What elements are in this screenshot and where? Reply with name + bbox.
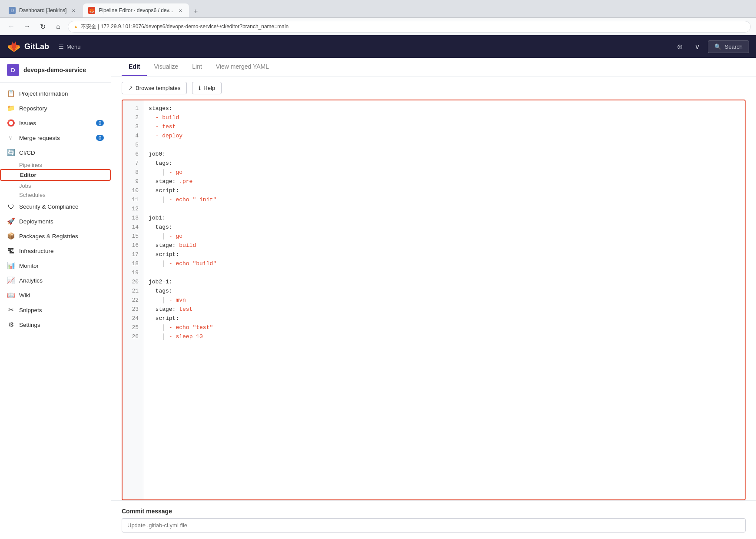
sidebar-item-repository[interactable]: 📁 Repository: [0, 101, 111, 116]
line-num-6: 6: [131, 150, 143, 159]
editor-tabs: Edit Visualize Lint View merged YAML: [111, 58, 756, 77]
tab-lint[interactable]: Lint: [185, 58, 209, 76]
sidebar-item-security-compliance[interactable]: 🛡 Security & Compliance: [0, 199, 111, 214]
sidebar-label-merge-requests: Merge requests: [19, 135, 92, 141]
line-num-15: 15: [127, 232, 143, 241]
sidebar-item-analytics[interactable]: 📈 Analytics: [0, 273, 111, 288]
line-num-23: 23: [127, 305, 143, 314]
line-num-5: 5: [131, 140, 143, 150]
code-line-25: │ - echo "test": [143, 323, 745, 332]
sidebar-item-jobs[interactable]: Jobs: [0, 181, 111, 190]
main-layout: D devops-demo-service 📋 Project informat…: [0, 58, 756, 539]
sidebar-label-deployments: Deployments: [19, 218, 104, 225]
repository-icon: 📁: [7, 104, 15, 112]
code-line-19: [143, 268, 745, 277]
line-numbers: 1 2 3 4 5 6 7 8 9 10 11 12 13 14 15 16 1: [123, 100, 143, 499]
line-num-14: 14: [127, 223, 143, 232]
sidebar-item-issues[interactable]: ⭕ Issues 0: [0, 116, 111, 130]
sidebar-nav: 📋 Project information 📁 Repository ⭕ Iss…: [0, 83, 111, 336]
line-num-16: 16: [127, 241, 143, 250]
code-line-21: tags:: [143, 286, 745, 296]
sidebar-item-pipelines[interactable]: Pipelines: [0, 160, 111, 169]
merge-requests-icon: ⑂: [7, 134, 15, 142]
line-num-12: 12: [127, 204, 143, 213]
code-line-14: tags:: [143, 223, 745, 232]
nav-back-button[interactable]: ←: [5, 20, 17, 33]
plus-button[interactable]: ⊕: [673, 40, 687, 53]
address-bar: ← → ↻ ⌂ ▲ 不安全 | 172.29.9.101:8076/devops…: [0, 17, 756, 35]
plus-icon: ⊕: [677, 43, 683, 51]
project-header: D devops-demo-service: [0, 58, 111, 83]
line-num-8: 8: [131, 168, 143, 177]
code-line-2: - build: [143, 113, 745, 122]
gitlab-app: GitLab ☰ Menu ⊕ ∨ 🔍 Search D: [0, 35, 756, 539]
sidebar-item-snippets[interactable]: ✂ Snippets: [0, 303, 111, 317]
search-button[interactable]: 🔍 Search: [708, 40, 749, 53]
infrastructure-icon: 🏗: [7, 247, 15, 255]
sidebar-item-cicd[interactable]: 🔄 CI/CD: [0, 145, 111, 160]
commit-section: Commit message: [111, 500, 756, 539]
sidebar-label-monitor: Monitor: [19, 263, 104, 269]
nav-refresh-button[interactable]: ↻: [36, 20, 49, 33]
tab-edit[interactable]: Edit: [122, 58, 147, 76]
code-content[interactable]: stages: - build - test - deploy job0: ta…: [143, 100, 745, 499]
chevron-down-button[interactable]: ∨: [690, 40, 704, 53]
code-editor[interactable]: 1 2 3 4 5 6 7 8 9 10 11 12 13 14 15 16 1: [122, 100, 746, 500]
sidebar-item-settings[interactable]: ⚙ Settings: [0, 317, 111, 332]
tab-title-dashboard: Dashboard [Jenkins]: [19, 7, 66, 13]
tab-merged-yaml-label: View merged YAML: [216, 63, 269, 70]
sidebar-item-monitor[interactable]: 📊 Monitor: [0, 258, 111, 273]
sidebar-label-analytics: Analytics: [19, 277, 104, 284]
browser-chrome: D Dashboard [Jenkins] ✕ 🦊 Pipeline Edito…: [0, 0, 756, 35]
menu-button[interactable]: ☰ Menu: [54, 41, 85, 53]
line-num-10: 10: [127, 186, 143, 195]
code-line-15: │ - go: [143, 232, 745, 241]
sidebar-item-infrastructure[interactable]: 🏗 Infrastructure: [0, 243, 111, 258]
code-line-17: script:: [143, 250, 745, 259]
tab-bar: D Dashboard [Jenkins] ✕ 🦊 Pipeline Edito…: [0, 0, 756, 17]
tab-view-merged-yaml[interactable]: View merged YAML: [209, 58, 276, 76]
analytics-icon: 📈: [7, 276, 15, 284]
project-name: devops-demo-service: [23, 67, 86, 73]
tab-pipeline-editor[interactable]: 🦊 Pipeline Editor · devops6 / dev... ✕: [83, 3, 189, 17]
sidebar-item-wiki[interactable]: 📖 Wiki: [0, 288, 111, 303]
sidebar-item-schedules[interactable]: Schedules: [0, 190, 111, 199]
nav-actions: ⊕ ∨ 🔍 Search: [673, 40, 749, 53]
commit-message-input[interactable]: [122, 518, 746, 532]
sidebar-item-project-information[interactable]: 📋 Project information: [0, 86, 111, 101]
sidebar-item-packages-registries[interactable]: 📦 Packages & Registries: [0, 229, 111, 243]
issues-icon: ⭕: [7, 119, 15, 127]
browse-templates-label: Browse templates: [136, 85, 180, 91]
gitlab-logo[interactable]: GitLab: [7, 40, 49, 53]
editor-toolbar: ↗ Browse templates ℹ Help: [111, 77, 756, 100]
tab-dashboard[interactable]: D Dashboard [Jenkins] ✕: [3, 3, 82, 17]
url-lock-icon: ▲: [73, 24, 78, 29]
code-line-9: stage: .pre: [143, 177, 745, 186]
url-bar[interactable]: ▲ 不安全 | 172.29.9.101:8076/devops6/devops…: [68, 21, 751, 33]
settings-icon: ⚙: [7, 321, 15, 329]
wiki-icon: 📖: [7, 291, 15, 299]
help-label: Help: [203, 85, 215, 91]
tab-close-dashboard[interactable]: ✕: [70, 7, 77, 14]
line-num-24: 24: [127, 314, 143, 323]
line-num-1: 1: [131, 104, 143, 113]
nav-home-button[interactable]: ⌂: [52, 20, 64, 33]
code-line-6: job0:: [143, 150, 745, 159]
tab-close-pipeline[interactable]: ✕: [177, 7, 184, 14]
sidebar-item-deployments[interactable]: 🚀 Deployments: [0, 214, 111, 229]
nav-forward-button[interactable]: →: [21, 20, 33, 33]
tab-title-pipeline: Pipeline Editor · devops6 / dev...: [99, 7, 173, 13]
hamburger-icon: ☰: [59, 43, 64, 50]
sidebar-label-project-information: Project information: [19, 90, 104, 97]
content-area: Edit Visualize Lint View merged YAML ↗ B…: [111, 58, 756, 539]
tab-visualize[interactable]: Visualize: [147, 58, 185, 76]
chevron-down-icon: ∨: [695, 43, 700, 51]
code-line-11: │ - echo " init": [143, 195, 745, 204]
sidebar-item-editor[interactable]: Editor: [0, 169, 111, 181]
merge-requests-badge: 0: [96, 135, 104, 141]
help-button[interactable]: ℹ Help: [192, 82, 222, 94]
url-text: 不安全 | 172.29.9.101:8076/devops6/devops-d…: [81, 23, 288, 30]
browse-templates-button[interactable]: ↗ Browse templates: [122, 82, 187, 94]
add-tab-button[interactable]: +: [190, 5, 202, 17]
sidebar-item-merge-requests[interactable]: ⑂ Merge requests 0: [0, 130, 111, 145]
